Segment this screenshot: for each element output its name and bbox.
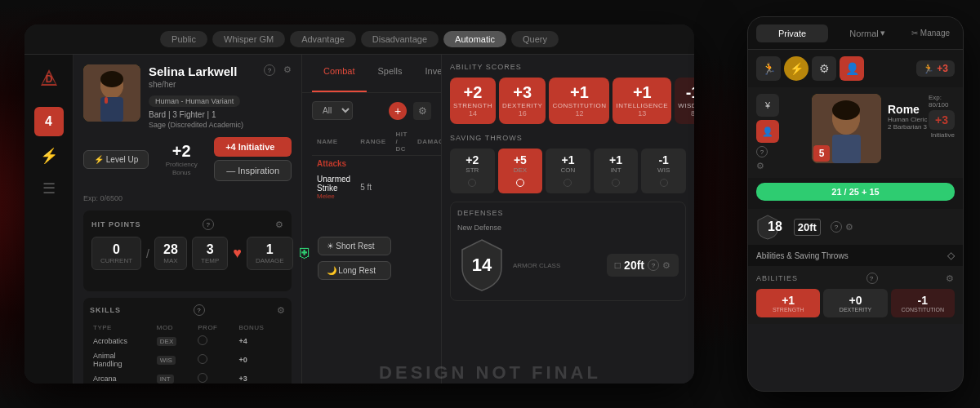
roll-public-btn[interactable]: Public	[160, 31, 207, 47]
combat-settings-button[interactable]: ⚙	[413, 102, 431, 120]
attack-name: Unarmed Strike	[317, 175, 350, 193]
mobile-initiative-display[interactable]: +3	[929, 110, 955, 130]
mobile-str-name: Strength	[760, 307, 817, 313]
skill-row-acrobatics[interactable]: Acrobatics DEX +4	[90, 333, 285, 349]
mobile-hp-bar: 21 / 25 + 15	[756, 183, 955, 201]
save-int-name: INT	[597, 166, 635, 174]
movement-display: □ 20ft ? ⚙	[607, 254, 679, 277]
mobile-action-btn-2[interactable]: 👤	[756, 120, 779, 143]
save-dex-circle	[516, 179, 524, 187]
mobile-coin-icon[interactable]: ⚡	[784, 56, 808, 81]
hp-row: 0 Current / 28 Max 3 Temp	[91, 237, 313, 270]
inspiration-button[interactable]: — Inspiration	[214, 160, 292, 181]
mobile-initiative-plus-value: +3	[935, 113, 948, 126]
combat-panel: Combat Spells Inventory Features & Trait…	[302, 55, 441, 384]
mobile-initiative-col: Exp: 80/100 +3 Initiative	[929, 94, 955, 139]
character-help-icon[interactable]: ?	[264, 64, 275, 76]
mobile-movement-gear[interactable]: ⚙	[845, 222, 853, 233]
mobile-stats-row: 18 20ft ? ⚙	[748, 209, 963, 245]
skill-mod: INT	[154, 370, 194, 384]
ability-wisdom[interactable]: -1 Wisdom 8	[675, 78, 694, 124]
menu-icon[interactable]: ☰	[36, 175, 62, 202]
hp-settings-icon[interactable]: ⚙	[275, 220, 283, 230]
ability-intelligence[interactable]: +1 Intelligence 13	[612, 78, 671, 124]
hp-max-box: 28 Max	[154, 237, 187, 270]
mobile-str-mod: +1	[760, 294, 817, 307]
character-avatar	[83, 64, 140, 122]
mobile-abilities-help[interactable]: ?	[866, 273, 878, 284]
hp-left: 0 Current / 28 Max 3 Temp	[91, 237, 313, 275]
mobile-abilities-gear[interactable]: ⚙	[946, 273, 955, 284]
save-con-circle	[564, 179, 572, 187]
hit-points-section: HIT POINTS ? ⚙ 0 Current / 28	[83, 211, 292, 291]
mobile-action-btn-1[interactable]: ¥	[756, 94, 779, 117]
save-con[interactable]: +1 CON	[546, 149, 590, 193]
ability-strength[interactable]: +2 Strength 14	[450, 78, 496, 124]
skill-name: Acrobatics	[90, 333, 154, 349]
roll-automatic-btn[interactable]: Automatic	[443, 31, 506, 47]
mobile-icons-row: 🏃 ⚡ ⚙ 👤 🏃 +3	[748, 50, 963, 87]
mobile-ac-value: 18	[768, 220, 782, 234]
mobile-char-name-row: Rome Human Cleric 2 Barbarian 3 Exp: 80/…	[888, 94, 955, 139]
initiative-button[interactable]: +4 Initiative	[214, 137, 292, 157]
character-level-badge: 4	[34, 107, 64, 136]
mobile-action-gear[interactable]: ⚙	[756, 161, 805, 171]
skills-settings-icon[interactable]: ⚙	[277, 305, 285, 316]
mobile-hp-container: 21 / 25 + 15	[748, 178, 963, 209]
mobile-action-icon-1[interactable]: 🏃	[756, 56, 781, 81]
chevron-down-icon: ▾	[880, 28, 885, 38]
wis-name: Wisdom	[678, 102, 694, 109]
initiative-inspiration-group: +4 Initiative — Inspiration	[214, 137, 292, 181]
mobile-movement-help[interactable]: ?	[831, 221, 842, 233]
con-name: Constitution	[552, 102, 606, 109]
save-wis-circle	[660, 179, 668, 187]
movement-settings-icon[interactable]: ⚙	[662, 260, 670, 271]
mobile-ability-strength[interactable]: +1 Strength	[756, 289, 820, 317]
save-int[interactable]: +1 INT	[594, 149, 639, 193]
filter-select[interactable]: All	[312, 101, 353, 120]
save-dex[interactable]: +5 DEX	[498, 149, 543, 193]
attack-row-unarmed[interactable]: Unarmed Strike Melee 5 ft	[312, 171, 441, 203]
add-attack-button[interactable]: +	[389, 102, 407, 120]
hp-max: 28	[163, 242, 178, 257]
ability-dexterity[interactable]: +3 Dexterity 16	[499, 78, 546, 124]
level-up-sidebar-icon[interactable]: ⚡	[36, 143, 62, 169]
skill-row-animal-handling[interactable]: AnimalHandling WIS +0	[90, 349, 285, 370]
mobile-action-icon-2[interactable]: 👤	[840, 56, 864, 81]
mobile-settings-icon[interactable]: ⚙	[812, 56, 836, 81]
mobile-abilities-saving-label: Abilities & Saving Throws	[756, 251, 849, 260]
level-up-button[interactable]: ⚡ Level Up	[83, 150, 149, 169]
save-str[interactable]: +2 STR	[450, 149, 495, 193]
character-settings-icon[interactable]: ⚙	[283, 64, 292, 75]
mobile-ability-constitution[interactable]: -1 Constitution	[891, 289, 955, 317]
tab-combat[interactable]: Combat	[312, 61, 367, 92]
tab-inventory[interactable]: Inventory	[414, 61, 442, 92]
hp-temp-label: Temp	[201, 257, 219, 264]
mobile-dex-name: Dexterity	[826, 307, 884, 313]
mobile-initiative-label: Initiative	[931, 131, 955, 139]
tab-spells[interactable]: Spells	[367, 61, 414, 92]
roll-whisper-btn[interactable]: Whisper GM	[212, 31, 285, 47]
mobile-dex-mod: +0	[826, 294, 884, 307]
save-wis[interactable]: -1 WIS	[641, 149, 686, 193]
roll-query-btn[interactable]: Query	[511, 31, 559, 47]
movement-help-icon[interactable]: ?	[648, 259, 659, 271]
mobile-initiative-badge[interactable]: 🏃 +3	[916, 60, 955, 77]
mobile-action-help[interactable]: ?	[756, 146, 768, 157]
exp-text: Exp: 0/6500	[83, 194, 122, 202]
skill-row-arcana[interactable]: Arcana INT +3	[90, 370, 285, 384]
mobile-expand-icon[interactable]: ◇	[947, 250, 955, 261]
attack-hit	[391, 171, 412, 203]
roll-advantage-btn[interactable]: Advantage	[290, 31, 356, 47]
skills-help-icon[interactable]: ?	[194, 304, 205, 316]
manage-button[interactable]: ✂ Manage	[906, 25, 955, 41]
svg-rect-5	[100, 97, 123, 122]
hp-help-icon[interactable]: ?	[203, 219, 214, 230]
roll-disadvantage-btn[interactable]: Disadvantage	[361, 31, 439, 47]
mobile-tab-normal[interactable]: Normal ▾	[831, 24, 903, 42]
dex-mod: +3	[502, 84, 542, 100]
mobile-tab-private[interactable]: Private	[756, 24, 828, 42]
character-name: Selina Larkwell	[149, 64, 256, 78]
ability-constitution[interactable]: +1 Constitution 12	[549, 78, 609, 124]
mobile-ability-dexterity[interactable]: +0 Dexterity	[823, 289, 887, 317]
